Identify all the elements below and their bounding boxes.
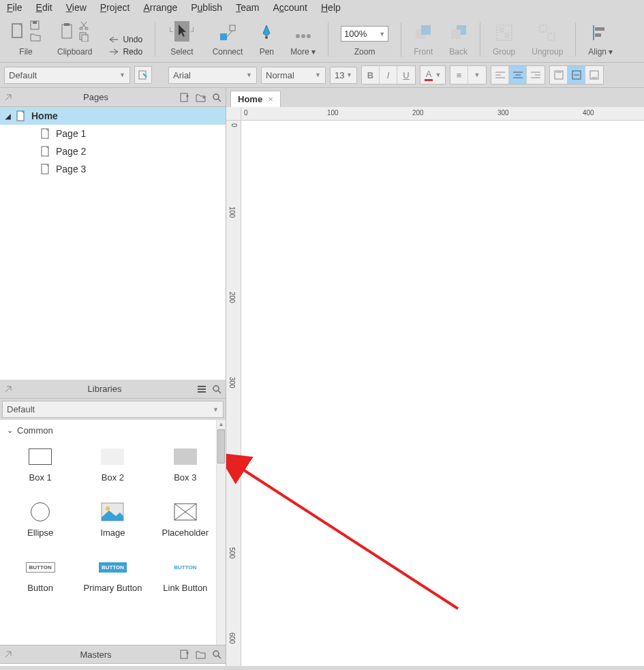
- bullets-button[interactable]: ≡: [450, 66, 468, 84]
- italic-button[interactable]: I: [380, 66, 397, 84]
- page-item[interactable]: Page 3: [0, 160, 226, 178]
- paste-style-button[interactable]: [134, 66, 152, 84]
- page-item-home[interactable]: ◢ Home: [0, 107, 226, 125]
- align-right-button[interactable]: [527, 66, 545, 84]
- chevron-down-icon: ⌄: [7, 426, 13, 435]
- menu-file[interactable]: File: [7, 2, 22, 13]
- align-left-button[interactable]: [491, 66, 509, 84]
- svg-point-13: [301, 34, 305, 38]
- menu-publish[interactable]: Publish: [191, 2, 222, 13]
- canvas[interactable]: [241, 121, 644, 666]
- add-master-icon[interactable]: [179, 649, 190, 660]
- redo-button[interactable]: Redo: [108, 47, 142, 57]
- svg-rect-16: [421, 25, 431, 35]
- library-select[interactable]: Default▼: [2, 401, 224, 418]
- underline-button[interactable]: U: [397, 66, 415, 84]
- svg-point-44: [213, 94, 219, 100]
- add-folder-icon[interactable]: [196, 92, 206, 103]
- front-tool[interactable]: Front: [407, 24, 440, 57]
- main-area: Pages ◢ Home Page 1 Page 2: [0, 88, 644, 666]
- search-icon[interactable]: [212, 93, 221, 102]
- widget-image[interactable]: Image: [76, 503, 149, 538]
- clipboard-label: Clipboard: [57, 47, 92, 57]
- undo-button[interactable]: Undo: [108, 35, 142, 44]
- pages-panel-header: Pages: [0, 88, 226, 107]
- menu-help[interactable]: Help: [321, 2, 341, 13]
- zoom-input[interactable]: 100% ▼: [341, 26, 388, 42]
- ruler-vertical[interactable]: 0 100 200 300 400 500 600: [226, 121, 241, 666]
- search-icon[interactable]: [212, 384, 221, 394]
- save-icon[interactable]: [30, 20, 41, 30]
- widget-link-button[interactable]: BUTTON Link Button: [149, 558, 221, 593]
- font-dropdown[interactable]: Arial▼: [168, 67, 257, 84]
- library-category[interactable]: ⌄ Common: [0, 420, 226, 441]
- widget-placeholder[interactable]: Placeholder: [149, 503, 221, 538]
- widget-box3[interactable]: Box 3: [149, 448, 221, 483]
- page-item[interactable]: Page 1: [0, 125, 226, 142]
- select-tool[interactable]: └ ┘ Select: [161, 21, 203, 57]
- menu-icon[interactable]: [197, 384, 206, 394]
- menu-arrange[interactable]: Arrange: [143, 2, 177, 13]
- zoom-group: 100% ▼ Zoom: [334, 26, 395, 57]
- svg-rect-22: [540, 25, 547, 32]
- menu-team[interactable]: Team: [236, 2, 259, 13]
- add-page-icon[interactable]: [179, 92, 190, 103]
- file-group: File: [4, 20, 48, 57]
- search-icon[interactable]: [212, 650, 221, 659]
- scrollbar[interactable]: ▲: [216, 420, 226, 645]
- widget-button[interactable]: BUTTON Button: [4, 558, 76, 593]
- text-color-button[interactable]: A▼: [420, 66, 445, 84]
- ungroup-tool[interactable]: Ungroup: [525, 24, 570, 57]
- menu-project[interactable]: Project: [100, 2, 130, 13]
- weight-dropdown[interactable]: Normal▼: [261, 67, 326, 84]
- bullets-more[interactable]: ▼: [468, 66, 486, 84]
- text-color-group: A▼: [420, 65, 446, 85]
- menu-view[interactable]: View: [66, 2, 87, 13]
- svg-rect-4: [64, 23, 70, 26]
- connect-icon: [219, 24, 236, 42]
- svg-rect-20: [499, 27, 504, 33]
- tab-home[interactable]: Home ×: [230, 91, 281, 107]
- connect-tool[interactable]: Connect: [206, 24, 250, 57]
- open-icon[interactable]: [30, 32, 41, 42]
- popout-icon[interactable]: [4, 93, 12, 102]
- page-item[interactable]: Page 2: [0, 142, 226, 160]
- pen-tool[interactable]: Pen: [252, 24, 281, 57]
- widget-box2[interactable]: Box 2: [76, 448, 149, 483]
- scrollbar-thumb[interactable]: [217, 429, 225, 463]
- close-icon[interactable]: ×: [268, 94, 273, 104]
- select-icon: [176, 23, 188, 40]
- cut-icon[interactable]: [79, 20, 90, 30]
- widget-box1[interactable]: Box 1: [4, 448, 76, 483]
- svg-rect-10: [230, 25, 235, 31]
- more-tool[interactable]: More ▾: [283, 31, 322, 57]
- align-center-button[interactable]: [509, 66, 527, 84]
- valign-top-button[interactable]: [550, 66, 568, 84]
- add-folder-icon[interactable]: [196, 649, 206, 660]
- valign-bottom-button[interactable]: [585, 66, 603, 84]
- undo-icon: [108, 35, 119, 44]
- widget-ellipse[interactable]: Ellipse: [4, 503, 76, 538]
- widget-primary-button[interactable]: BUTTON Primary Button: [76, 558, 149, 593]
- popout-icon[interactable]: [4, 385, 12, 393]
- align-tool[interactable]: Align ▾: [581, 24, 619, 57]
- bold-button[interactable]: B: [362, 66, 380, 84]
- popout-icon[interactable]: [4, 650, 12, 658]
- file-label: File: [19, 47, 32, 57]
- size-dropdown[interactable]: 13▼: [330, 67, 357, 84]
- group-tool[interactable]: Group: [486, 24, 522, 57]
- menu-account[interactable]: Account: [273, 2, 307, 13]
- paste-icon[interactable]: [60, 22, 75, 40]
- svg-rect-26: [595, 33, 601, 37]
- valign-middle-button[interactable]: [568, 66, 585, 84]
- collapse-icon[interactable]: ◢: [5, 112, 11, 120]
- new-file-icon[interactable]: [11, 22, 26, 40]
- ruler-horizontal[interactable]: 0 100 200 300 400: [241, 107, 644, 121]
- tab-bar: Home ×: [226, 88, 644, 107]
- style-dropdown[interactable]: Default▼: [4, 67, 130, 84]
- masters-panel-header: Masters: [0, 645, 226, 664]
- menu-edit[interactable]: Edit: [36, 2, 52, 13]
- copy-icon[interactable]: [79, 32, 90, 42]
- pages-list: ◢ Home Page 1 Page 2 Page 3: [0, 107, 226, 380]
- back-tool[interactable]: Back: [442, 24, 474, 57]
